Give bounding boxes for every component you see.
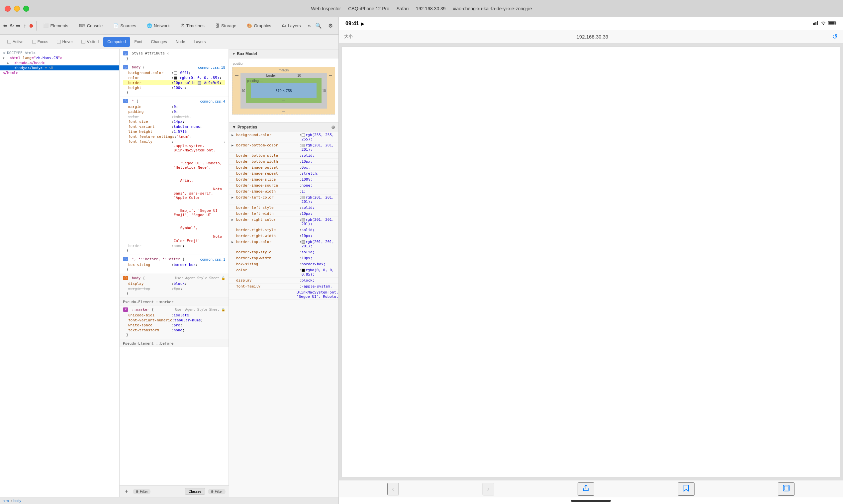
minimize-button[interactable] bbox=[14, 6, 20, 12]
prop-border-bottom-color[interactable]: ▶ border-bottom-color : rgb(201, 201, 20… bbox=[229, 142, 338, 153]
tab-changes[interactable]: Changes bbox=[147, 37, 171, 47]
prop-expand-icon-5: ▶ bbox=[231, 166, 236, 169]
css-prop-color: color : rgba(0, 0, 0, .85) ; bbox=[123, 75, 225, 80]
add-rule-button[interactable]: + bbox=[123, 488, 130, 495]
navigate-up-button[interactable]: ↑ bbox=[22, 21, 27, 31]
source-link-star-before[interactable]: common.css:1 bbox=[200, 257, 225, 261]
visited-checkbox bbox=[81, 40, 85, 44]
html-arrow[interactable] bbox=[3, 56, 7, 60]
prop-background-color[interactable]: ▶ background-color : rgb(255, 255, 255); bbox=[229, 132, 338, 142]
tab-visited[interactable]: Visited bbox=[77, 37, 103, 47]
source-link-star-4[interactable]: common.css:4 bbox=[200, 99, 225, 103]
position-label: position bbox=[233, 62, 244, 66]
prop-border-top-color[interactable]: ▶ border-top-color : rgb(201, 201, 201); bbox=[229, 239, 338, 249]
prop-font-family[interactable]: ▶ font-family : -apple-system, bbox=[229, 284, 338, 289]
prop-border-image-repeat[interactable]: ▶ border-image-repeat : stretch; bbox=[229, 170, 338, 177]
browser-tabs-button[interactable] bbox=[778, 482, 794, 496]
navigate-back-button[interactable]: ⬅ bbox=[3, 21, 7, 31]
status-time: 09:41 ▶ bbox=[346, 21, 364, 26]
css-prop-font-variant: font-variant : tabular-nums; bbox=[123, 124, 225, 129]
swatch-border-color bbox=[198, 82, 201, 85]
prop-border-bottom-style[interactable]: ▶ border-bottom-style : solid; bbox=[229, 153, 338, 159]
padding-right-val: — bbox=[317, 89, 320, 93]
breakpoint-button[interactable]: ⏺ bbox=[29, 21, 34, 31]
nav-address[interactable]: 192.168.30.39 bbox=[355, 34, 829, 39]
tab-elements[interactable]: ⬜ Elements bbox=[38, 20, 73, 32]
swatch-color2 bbox=[302, 269, 305, 272]
prop-border-left-color[interactable]: ▶ border-left-color : rgb(201, 201, 201)… bbox=[229, 195, 338, 205]
filter-tag-2[interactable]: ⊕ Filter bbox=[208, 489, 226, 494]
dom-html-open[interactable]: <html lang="zh-Hans-CN"> bbox=[0, 55, 119, 60]
tab-layers[interactable]: 🗂 Layers bbox=[277, 20, 305, 32]
classes-button[interactable]: Classes bbox=[185, 488, 205, 495]
properties-title: Properties bbox=[238, 125, 257, 129]
tab-font[interactable]: Font bbox=[130, 37, 146, 47]
prop-box-sizing[interactable]: ▶ box-sizing : border-box; bbox=[229, 261, 338, 267]
tab-graphics[interactable]: 🎨 Graphics bbox=[242, 20, 276, 32]
filter-properties-icon[interactable]: ⊕ bbox=[331, 125, 335, 130]
tab-focus[interactable]: Focus bbox=[28, 37, 52, 47]
padding-bottom-dash: — bbox=[247, 98, 320, 102]
prop-border-top-style[interactable]: ▶ border-top-style : solid; bbox=[229, 249, 338, 255]
css-prop-text-transform: text-transform : none; bbox=[123, 328, 225, 333]
tab-computed[interactable]: Computed bbox=[103, 37, 129, 47]
margin-bottom-dash: — bbox=[234, 109, 333, 113]
source-link-body-18[interactable]: common.css:18 bbox=[198, 66, 225, 69]
browser-back-button[interactable]: ‹ bbox=[387, 483, 399, 496]
head-arrow[interactable] bbox=[7, 61, 12, 65]
prop-border-top-width[interactable]: ▶ border-top-width : 10px; bbox=[229, 255, 338, 261]
prop-border-right-style[interactable]: ▶ border-right-style : solid; bbox=[229, 227, 338, 233]
more-tabs-button[interactable]: » bbox=[306, 21, 312, 31]
tab-node[interactable]: Node bbox=[172, 37, 189, 47]
prop-display[interactable]: ▶ display : block; bbox=[229, 277, 338, 284]
rule-close-brace-marker-ua: } bbox=[123, 333, 225, 337]
rule-header-star-before: S *, *::before, *::after { common.css:1 bbox=[123, 257, 225, 261]
main-content: <!DOCTYPE html> <html lang="zh-Hans-CN">… bbox=[0, 49, 338, 497]
prop-expand-icon-3: ▶ bbox=[231, 154, 236, 157]
timelines-icon: ⏱ bbox=[180, 23, 185, 28]
browser-forward-button[interactable]: › bbox=[482, 483, 494, 496]
navigate-forward-button[interactable]: ➡ bbox=[16, 21, 21, 31]
tab-sources[interactable]: 📄 Sources bbox=[109, 20, 141, 32]
prop-font-family-cont[interactable]: ▶ BlinkMacSystemFont, "Segoe UI", Roboto… bbox=[229, 289, 338, 300]
prop-border-left-width[interactable]: ▶ border-left-width : 10px; bbox=[229, 211, 338, 217]
breadcrumb-html[interactable]: html bbox=[3, 499, 10, 503]
box-model-section-header[interactable]: ▼ Box Model bbox=[229, 49, 338, 58]
fullscreen-button[interactable] bbox=[23, 6, 29, 12]
rule-header-marker-ua: P ::marker { User Agent Style Sheet 🔒 bbox=[123, 307, 225, 312]
breadcrumb-body[interactable]: body bbox=[13, 499, 21, 503]
prop-expand-icon-19: ▶ bbox=[231, 262, 236, 266]
dom-head[interactable]: <head>…</head> bbox=[0, 60, 119, 66]
prop-border-image-source[interactable]: ▶ border-image-source : none; bbox=[229, 183, 338, 188]
prop-color[interactable]: ▶ color : rgba(0, 0, 0, 0.85); bbox=[229, 267, 338, 277]
search-button[interactable]: 🔍 bbox=[313, 21, 324, 31]
user-agent-label-body: User Agent Style Sheet 🔒 bbox=[175, 276, 225, 280]
reload-button[interactable]: ↻ bbox=[9, 21, 14, 31]
filter-tag-1[interactable]: ⊕ Filter bbox=[133, 489, 151, 494]
border-box: — border 10 — 10 bbox=[241, 73, 327, 109]
tab-network[interactable]: 🌐 Network bbox=[142, 20, 174, 32]
rule-header-body-18: S body { common.css:18 bbox=[123, 65, 225, 69]
browser-bookmark-button[interactable] bbox=[678, 482, 695, 496]
tab-layers-css[interactable]: Layers bbox=[190, 37, 210, 47]
tab-timelines[interactable]: ⏱ Timelines bbox=[176, 20, 209, 32]
prop-border-right-color[interactable]: ▶ border-right-color : rgb(201, 201, 201… bbox=[229, 217, 338, 227]
prop-border-left-style[interactable]: ▶ border-left-style : solid; bbox=[229, 205, 338, 211]
tab-active[interactable]: Active bbox=[3, 37, 28, 47]
tab-console[interactable]: ⌨ Console bbox=[74, 20, 108, 32]
prop-border-image-slice[interactable]: ▶ border-image-slice : 100%; bbox=[229, 177, 338, 183]
browser-share-button[interactable] bbox=[578, 482, 594, 496]
tab-hover[interactable]: Hover bbox=[53, 37, 77, 47]
prop-border-right-width[interactable]: ▶ border-right-width : 10px; bbox=[229, 233, 338, 239]
tab-storage[interactable]: 🗄 Storage bbox=[211, 20, 241, 32]
active-checkbox bbox=[7, 40, 11, 44]
selector-marker-ua: P ::marker { bbox=[123, 307, 154, 312]
prop-border-image-width[interactable]: ▶ border-image-width : 1; bbox=[229, 188, 338, 195]
prop-border-bottom-width[interactable]: ▶ border-bottom-width : 10px; bbox=[229, 159, 338, 165]
reload-icon[interactable]: ↺ bbox=[832, 33, 838, 40]
storage-icon: 🗄 bbox=[215, 23, 219, 28]
dom-body[interactable]: <body></body> = $0 bbox=[0, 66, 119, 70]
close-button[interactable] bbox=[5, 6, 11, 12]
prop-border-image-outset[interactable]: ▶ border-image-outset : 0px; bbox=[229, 165, 338, 170]
settings-button[interactable]: ⚙ bbox=[325, 21, 336, 31]
